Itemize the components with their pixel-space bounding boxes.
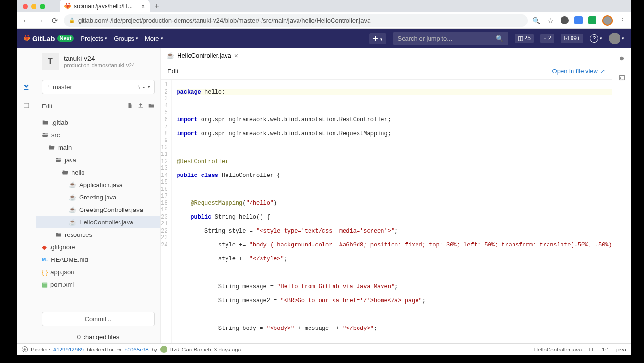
file-tree: .gitlab src main java hello ☕Application…	[36, 114, 160, 308]
new-folder-icon[interactable]	[148, 102, 155, 110]
close-window-button[interactable]	[23, 4, 28, 9]
editor-tab-close-icon[interactable]: ×	[234, 52, 238, 59]
url-input[interactable]: 🔒 gitlab.com/-/ide/project/production-de…	[64, 14, 528, 27]
file-greeting-java[interactable]: ☕Greeting.java	[36, 191, 160, 203]
nav-user-menu[interactable]: ▾	[609, 33, 624, 44]
folder-gitlab[interactable]: .gitlab	[36, 116, 160, 129]
chevron-down-icon: ▾	[136, 36, 138, 41]
nav-new-button[interactable]: ✚ ▾	[369, 33, 386, 44]
toolbar-icons: 🔍 ☆ ⋮	[532, 15, 627, 26]
folder-hello[interactable]: hello	[36, 166, 160, 178]
right-activity-bar	[612, 48, 631, 343]
file-app-json[interactable]: { }app.json	[36, 266, 160, 278]
gitlab-logo-icon	[24, 35, 30, 42]
extension-icon-1[interactable]	[561, 16, 569, 24]
branch-icon: ⑂	[46, 83, 50, 91]
editor-tab-hello-controller[interactable]: ☕ HelloController.java ×	[161, 48, 244, 63]
browser-tab-close-icon[interactable]: ×	[141, 2, 145, 10]
gitlab-logo[interactable]: GitLab Next	[24, 35, 74, 43]
file-hello-controller-java[interactable]: ☕HelloController.java	[36, 216, 160, 228]
search-placeholder: Search or jump to...	[398, 35, 452, 42]
folder-resources[interactable]: resources	[36, 228, 160, 241]
folder-java[interactable]: java	[36, 153, 160, 166]
nav-help[interactable]: ?▾	[590, 34, 602, 43]
folder-main[interactable]: main	[36, 141, 160, 153]
commit-sha-link[interactable]: b0065c98	[124, 347, 149, 352]
chevron-down-icon: ▾	[161, 36, 163, 41]
activity-commit-icon[interactable]	[21, 100, 32, 111]
edit-label: Edit	[42, 103, 123, 110]
external-link-icon: ↗	[600, 68, 605, 75]
nav-todos-badge[interactable]: ☑99+	[561, 34, 583, 43]
changed-files-label: 0 changed files	[36, 330, 160, 343]
right-terminal-icon[interactable]	[616, 72, 628, 83]
commit-button[interactable]: Commit...	[42, 312, 155, 326]
new-file-icon[interactable]	[127, 102, 133, 110]
java-file-icon: ☕	[69, 206, 76, 213]
browser-tab-title: src/main/java/hello/HelloControll	[74, 3, 136, 10]
extension-icon-3[interactable]	[588, 16, 596, 24]
author-avatar	[160, 346, 167, 353]
help-icon: ?	[590, 34, 598, 43]
gitlab-favicon-icon	[64, 3, 71, 10]
browser-tab[interactable]: src/main/java/hello/HelloControll ×	[60, 0, 150, 12]
next-badge: Next	[57, 35, 74, 42]
minimize-window-button[interactable]	[31, 4, 36, 9]
right-pipelines-icon[interactable]	[616, 53, 628, 64]
code-content[interactable]: package hello; import org.springframewor…	[172, 80, 612, 343]
extension-icon-2[interactable]	[574, 16, 583, 24]
app-window: src/main/java/hello/HelloControll × + ← …	[17, 0, 631, 355]
nav-issues-badge[interactable]: ◫25	[515, 34, 534, 43]
line-gutter: 123456789101112131415161718192021222324	[161, 80, 172, 343]
editor-tabs: ☕ HelloController.java ×	[161, 48, 612, 63]
pipeline-label: Pipeline	[31, 347, 50, 352]
nav-mr-badge[interactable]: ⑂2	[540, 34, 554, 43]
global-search-input[interactable]: Search or jump to... 🔍	[393, 32, 508, 45]
git-file-icon: ◆	[42, 244, 47, 251]
branch-selector[interactable]: ⑂ master ⑃ - ▾	[42, 80, 155, 94]
star-icon[interactable]: ☆	[546, 16, 555, 25]
file-application-java[interactable]: ☕Application.java	[36, 178, 160, 191]
nav-forward-button[interactable]: →	[35, 16, 46, 24]
file-gitignore[interactable]: ◆.gitignore	[36, 241, 160, 253]
edit-mode-label: Edit	[167, 68, 178, 75]
new-tab-button[interactable]: +	[155, 2, 159, 11]
ide-content: T tanuki-v24 production-demos/tanuki-v24…	[17, 48, 631, 343]
project-path: production-demos/tanuki-v24	[64, 62, 135, 68]
file-greeting-controller-java[interactable]: ☕GreetingController.java	[36, 203, 160, 216]
commit-icon: ⊸	[117, 346, 121, 353]
pipeline-id-link[interactable]: #129912969	[53, 347, 84, 352]
nav-projects[interactable]: Projects▾	[81, 35, 107, 42]
file-explorer-sidebar: T tanuki-v24 production-demos/tanuki-v24…	[36, 48, 161, 343]
upload-icon[interactable]	[137, 102, 144, 110]
code-editor[interactable]: 123456789101112131415161718192021222324 …	[161, 80, 612, 343]
merge-request-icon: ⑂	[543, 35, 547, 42]
status-language[interactable]: java	[616, 347, 626, 352]
activity-explorer-icon[interactable]	[21, 82, 32, 93]
pipeline-status-icon[interactable]: ⊘	[22, 346, 28, 352]
lock-icon: 🔒	[69, 17, 75, 23]
mr-label: -	[143, 83, 145, 91]
nav-reload-button[interactable]: ⟳	[49, 16, 60, 25]
file-pom-xml[interactable]: ▤pom.xml	[36, 278, 160, 291]
folder-src[interactable]: src	[36, 129, 160, 141]
java-file-icon: ☕	[69, 219, 76, 226]
status-line-ending[interactable]: LF	[588, 347, 595, 352]
nav-back-button[interactable]: ←	[21, 16, 31, 24]
browser-menu-icon[interactable]: ⋮	[619, 16, 627, 25]
gitlab-logo-text: GitLab	[32, 35, 55, 43]
browser-address-bar: ← → ⟳ 🔒 gitlab.com/-/ide/project/product…	[17, 12, 631, 29]
status-cursor-pos[interactable]: 1:1	[602, 347, 609, 352]
status-filename: HelloController.java	[534, 347, 582, 352]
maximize-window-button[interactable]	[40, 4, 45, 9]
todos-icon: ☑	[564, 35, 569, 42]
browser-profile-avatar[interactable]	[602, 15, 613, 26]
editor-area: ☕ HelloController.java × Edit Open in fi…	[161, 48, 612, 343]
zoom-icon[interactable]: 🔍	[532, 16, 540, 25]
editor-toolbar: Edit Open in file view ↗	[161, 63, 612, 80]
nav-groups[interactable]: Groups▾	[114, 35, 138, 42]
open-in-file-view-link[interactable]: Open in file view ↗	[552, 68, 605, 75]
nav-more[interactable]: More▾	[145, 35, 163, 42]
commit-time: 3 days ago	[214, 347, 241, 352]
file-readme[interactable]: M↓README.md	[36, 253, 160, 266]
